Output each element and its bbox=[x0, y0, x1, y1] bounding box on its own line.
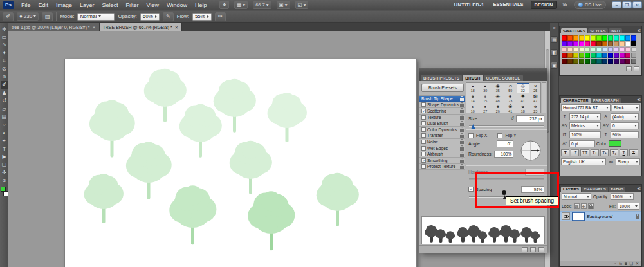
section-checkbox[interactable]: ✓ bbox=[421, 158, 426, 163]
layer-fill-input[interactable]: 100% bbox=[618, 203, 639, 210]
color-swatch[interactable] bbox=[585, 41, 590, 46]
launch-bridge-icon[interactable]: ❖ bbox=[219, 1, 229, 9]
canvas[interactable] bbox=[64, 59, 417, 267]
font-style-select[interactable]: Black bbox=[612, 104, 640, 111]
panel-tab-channels[interactable]: CHANNELS bbox=[582, 187, 608, 192]
brush-tip[interactable]: ♣10 bbox=[466, 104, 479, 114]
menu-file[interactable]: File bbox=[17, 2, 35, 8]
color-swatch[interactable] bbox=[620, 47, 625, 52]
brush-preset-picker[interactable]: ● 230 bbox=[17, 12, 39, 21]
collapsed-info-panel-icon[interactable]: ▣ bbox=[551, 62, 558, 69]
color-swatch[interactable] bbox=[625, 35, 630, 41]
color-swatch[interactable] bbox=[585, 53, 590, 58]
menu-view[interactable]: View bbox=[143, 2, 163, 8]
brush-section-noise[interactable]: Noise bbox=[419, 139, 465, 145]
color-swatch[interactable] bbox=[591, 35, 596, 41]
color-swatch[interactable] bbox=[614, 41, 619, 46]
brush-tip[interactable]: ❀41 bbox=[504, 104, 517, 114]
color-swatch[interactable] bbox=[625, 41, 630, 46]
eraser-tool[interactable]: ▱ bbox=[1, 105, 8, 113]
brush-section-shape-dynamics[interactable]: Shape Dynamics bbox=[419, 102, 465, 109]
brush-section-smoothing[interactable]: ✓Smoothing bbox=[419, 158, 465, 164]
type-tool[interactable]: T bbox=[1, 145, 8, 152]
color-swatch[interactable] bbox=[573, 35, 578, 41]
path-selection-tool[interactable]: ▶ bbox=[1, 152, 8, 160]
layer-thumbnail[interactable] bbox=[573, 212, 584, 221]
brush-section-color-dynamics[interactable]: Color Dynamics bbox=[419, 127, 465, 133]
tab-close-icon[interactable]: ✕ bbox=[93, 25, 96, 30]
section-checkbox[interactable] bbox=[421, 133, 426, 138]
view-extras-icon[interactable]: ▦ ▾ bbox=[234, 1, 248, 9]
color-swatch[interactable] bbox=[602, 35, 607, 41]
color-swatch[interactable] bbox=[620, 59, 625, 64]
color-swatch[interactable] bbox=[625, 59, 630, 64]
brush-section-scattering[interactable]: ✓Scattering bbox=[419, 108, 465, 115]
flip-y-checkbox[interactable] bbox=[497, 133, 502, 138]
color-swatch[interactable] bbox=[567, 47, 573, 52]
small-caps-button[interactable]: Tᴛ bbox=[591, 149, 599, 156]
brush-tip[interactable]: ✳48 bbox=[492, 93, 504, 104]
color-swatch[interactable] bbox=[608, 59, 613, 64]
color-swatch[interactable] bbox=[631, 41, 636, 46]
new-swatch-icon[interactable] bbox=[626, 66, 632, 71]
gradient-tool[interactable]: ▤ bbox=[1, 113, 8, 120]
color-swatch[interactable] bbox=[562, 35, 567, 41]
brush-section-airbrush[interactable]: Airbrush bbox=[419, 151, 465, 158]
color-swatch[interactable] bbox=[608, 41, 613, 46]
lock-position-icon[interactable]: ✛ bbox=[581, 203, 587, 209]
hand-tool[interactable]: ✣ bbox=[1, 169, 8, 176]
panel-menu-icon[interactable]: ▾≡ bbox=[637, 28, 640, 32]
font-family-select[interactable]: Humnst777 Blk BT bbox=[561, 104, 611, 111]
menu-help[interactable]: Help bbox=[191, 2, 211, 8]
pen-tool[interactable]: ✒ bbox=[1, 136, 8, 144]
tracking-select[interactable]: 0 bbox=[611, 122, 639, 129]
lasso-tool[interactable]: ∿ bbox=[1, 41, 8, 49]
workspace-essentials[interactable]: ESSENTIALS bbox=[490, 1, 527, 9]
layer-style-icon[interactable]: fx bbox=[619, 262, 622, 266]
mode-select[interactable]: Normal bbox=[77, 13, 115, 21]
clone-stamp-tool[interactable]: ♟ bbox=[1, 89, 8, 97]
blur-tool[interactable]: ○ bbox=[1, 121, 8, 129]
delete-swatch-icon[interactable] bbox=[634, 66, 639, 71]
delete-brush-icon[interactable] bbox=[538, 247, 544, 252]
flow-input[interactable]: 55% bbox=[192, 13, 212, 21]
expand-panels-icon[interactable]: « bbox=[553, 26, 556, 30]
brush-panel-tab-clone-source[interactable]: CLONE SOURCE bbox=[484, 75, 523, 81]
color-swatch[interactable] bbox=[596, 59, 602, 64]
color-swatch[interactable] bbox=[631, 47, 636, 52]
color-swatch[interactable] bbox=[573, 41, 578, 46]
document-tab[interactable]: TREE BRUSH @ 66.7% (RGB/8) *✕ bbox=[100, 23, 182, 31]
healing-brush-tool[interactable]: ⊕ bbox=[1, 73, 8, 80]
color-swatch[interactable] bbox=[567, 53, 573, 58]
marquee-tool[interactable]: ▭ bbox=[1, 33, 8, 41]
subscript-button[interactable]: T₁ bbox=[610, 149, 618, 156]
layer-visibility-toggle[interactable] bbox=[562, 212, 570, 220]
section-checkbox[interactable] bbox=[421, 152, 426, 156]
color-swatch[interactable] bbox=[625, 53, 630, 58]
zoom-tool[interactable]: ⊙ bbox=[1, 176, 8, 184]
faux-italic-button[interactable]: T bbox=[571, 149, 579, 156]
brush-section-protect-texture[interactable]: Protect Texture bbox=[419, 164, 465, 170]
move-tool[interactable]: ✛ bbox=[1, 25, 8, 33]
color-swatch[interactable] bbox=[567, 35, 573, 41]
kerning-select[interactable]: Metrics bbox=[569, 122, 601, 129]
use-sample-size-icon[interactable]: ↺ bbox=[510, 116, 514, 121]
angle-dial[interactable] bbox=[520, 140, 542, 161]
color-swatch[interactable] bbox=[596, 47, 602, 52]
arrange-documents-icon[interactable]: ▣ ▾ bbox=[277, 1, 290, 9]
color-swatch[interactable] bbox=[602, 53, 607, 58]
collapsed-styles-panel-icon[interactable]: ◧ bbox=[551, 49, 558, 56]
flip-x-checkbox[interactable] bbox=[468, 133, 474, 138]
close-button[interactable]: ✕ bbox=[632, 1, 642, 8]
menu-filter[interactable]: Filter bbox=[122, 2, 143, 8]
restore-button[interactable]: ❐ bbox=[622, 1, 632, 8]
foreground-color-swatch[interactable] bbox=[1, 187, 6, 192]
color-swatch[interactable] bbox=[579, 41, 584, 46]
shape-tool[interactable]: ▢ bbox=[1, 161, 8, 169]
size-slider-thumb[interactable] bbox=[471, 124, 475, 129]
all-caps-button[interactable]: TT bbox=[580, 149, 589, 156]
menu-window[interactable]: Window bbox=[163, 2, 191, 8]
cs-live-button[interactable]: CS Live bbox=[574, 1, 606, 9]
panel-menu-icon[interactable]: ▾≡ bbox=[637, 97, 640, 102]
section-checkbox[interactable] bbox=[421, 115, 426, 120]
